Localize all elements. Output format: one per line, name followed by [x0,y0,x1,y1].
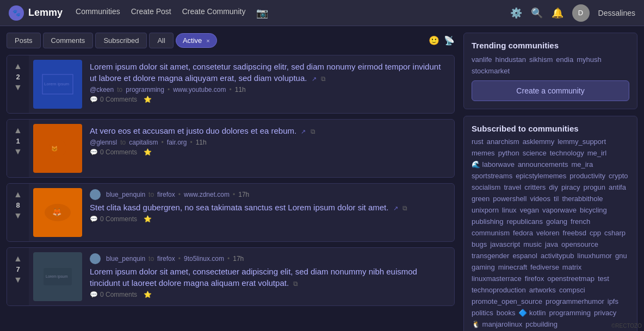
sub-tag[interactable]: 🔷 kotlin [518,309,546,317]
upvote-button-1[interactable]: ▲ [13,61,23,72]
sub-tag[interactable]: communism [472,229,510,237]
bookmark-button-2[interactable]: ⭐ [144,148,152,156]
smiley-icon-button[interactable]: 🙂 [429,35,439,46]
sub-tag[interactable]: programmerhumor [546,297,604,305]
sub-tag[interactable]: vegan [520,206,539,214]
post-domain-3[interactable]: www.zdnet.com [184,191,230,198]
sub-tag[interactable]: politics [472,309,493,317]
post-community-1[interactable]: programming [126,86,164,93]
sub-tag[interactable]: green [472,195,490,203]
trending-tag[interactable]: sikhism [529,55,553,64]
post-author-2[interactable]: @glennsl [90,139,117,146]
sub-tag[interactable]: golang [546,217,567,226]
sub-tag[interactable]: activitypub [541,252,574,260]
sub-tag[interactable]: rust [472,138,484,146]
downvote-button-2[interactable]: ▼ [13,146,23,157]
sub-tag[interactable]: linux [502,206,517,214]
sub-tag[interactable]: antifa [609,183,626,191]
sub-tag[interactable]: javascript [490,240,520,248]
sub-tag[interactable]: republicans [507,217,543,226]
sub-tag[interactable]: til [554,195,559,203]
sub-tag[interactable]: productivity [569,172,605,180]
sub-tag[interactable]: therabbithole [562,195,603,203]
downvote-button-1[interactable]: ▼ [13,82,23,93]
sub-tag[interactable]: linuxhumor [577,252,612,260]
camera-icon-button[interactable]: 📷 [256,7,268,19]
nav-create-post[interactable]: Create Post [131,7,171,19]
sub-tag[interactable]: memes [472,149,495,157]
sub-tag[interactable]: privacy [594,309,616,317]
sub-tag[interactable]: unixporn [472,206,499,214]
sub-tag[interactable]: crypto [609,172,628,180]
sub-tag[interactable]: 🌊 laborwave [472,160,515,168]
sub-tag[interactable]: me_ira [571,160,593,168]
create-community-button[interactable]: Create a community [472,80,629,101]
logo[interactable]: 🐾 Lemmy [9,5,63,21]
sub-tag[interactable]: me_irl [587,149,606,157]
downvote-button-3[interactable]: ▼ [13,210,23,221]
sub-tag[interactable]: science [523,149,547,157]
sub-tag[interactable]: openstreetmap [547,274,595,283]
sub-tag[interactable]: matrix [562,263,581,271]
bookmark-button-1[interactable]: ⭐ [144,96,152,103]
post-community-4[interactable]: firefox [157,255,175,263]
downvote-button-4[interactable]: ▼ [13,274,23,285]
upvote-button-4[interactable]: ▲ [13,253,23,264]
sub-tag[interactable]: programming [549,309,591,317]
trending-tag[interactable]: hindustan [496,55,526,64]
sub-tag[interactable]: espanol [512,252,537,260]
sub-tag[interactable]: freebsd [563,229,586,237]
all-filter-button[interactable]: All [149,33,173,48]
sub-tag[interactable]: technoproduction [472,286,526,294]
sub-tag[interactable]: powershell [493,195,527,203]
sub-tag[interactable]: asklemmy [523,138,555,146]
sub-tag[interactable]: promote_open_source [472,297,542,305]
posts-filter-button[interactable]: Posts [7,33,41,48]
sub-tag[interactable]: linuxmasterrace [472,274,522,283]
upvote-button-2[interactable]: ▲ [13,125,23,136]
trending-tag[interactable]: stockmarket [472,67,510,75]
trending-tag[interactable]: vanlife [472,55,492,64]
sub-tag[interactable]: veloren [536,229,560,237]
sub-tag[interactable]: compsci [559,286,585,294]
sub-tag[interactable]: vaporwave [542,206,577,214]
sub-tag[interactable]: python [498,149,519,157]
sub-tag[interactable]: french [571,217,590,226]
sub-tag[interactable]: books [497,309,516,317]
sub-tag[interactable]: csharp [604,229,626,237]
sub-tag[interactable]: test [598,274,609,283]
sub-tag[interactable]: pcbuilding [525,320,558,328]
nav-create-community[interactable]: Create Community [182,7,246,19]
comments-button-4[interactable]: 💬 0 Comments [90,291,137,298]
trending-tag[interactable]: endia [556,55,573,64]
trending-tag[interactable]: myhush [577,55,602,64]
sub-tag[interactable]: java [545,240,558,248]
bookmark-button-3[interactable]: ⭐ [144,215,152,223]
sub-tag[interactable]: cpp [590,229,601,237]
post-title-link-3[interactable]: Stet clita kasd gubergren, no sea takima… [90,203,388,212]
sub-tag[interactable]: ipfs [608,297,618,305]
upvote-button-3[interactable]: ▲ [13,189,23,200]
post-community-2[interactable]: capitalism [129,139,158,146]
sub-tag[interactable]: announcements [518,160,568,168]
nav-communities[interactable]: Communities [76,7,120,19]
post-author-1[interactable]: @ckeen [90,86,114,93]
sub-tag[interactable]: music [523,240,542,248]
post-title-link-1[interactable]: Lorem ipsum dolor sit amet, consetetur s… [90,62,441,83]
sub-tag[interactable]: anarchism [487,138,519,146]
sub-tag[interactable]: technology [550,149,584,157]
username-label[interactable]: Dessalines [598,9,635,17]
comments-filter-button[interactable]: Comments [43,33,94,48]
sub-tag[interactable]: firefox [525,274,544,283]
sub-tag[interactable]: critters [524,183,546,191]
sub-tag[interactable]: minecraft [498,263,527,271]
sub-tag[interactable]: diy [549,183,558,191]
comments-button-3[interactable]: 💬 0 Comments [90,215,137,223]
rss-icon-button[interactable]: 📡 [444,35,455,46]
post-community-3[interactable]: firefox [157,191,175,198]
sub-tag[interactable]: sportstreams [472,172,512,180]
sub-tag[interactable]: bicycling [580,206,607,214]
sub-tag[interactable]: opensource [561,240,598,248]
post-domain-4[interactable]: 9to5linux.com [184,255,224,263]
comments-button-1[interactable]: 💬 0 Comments [90,96,137,103]
